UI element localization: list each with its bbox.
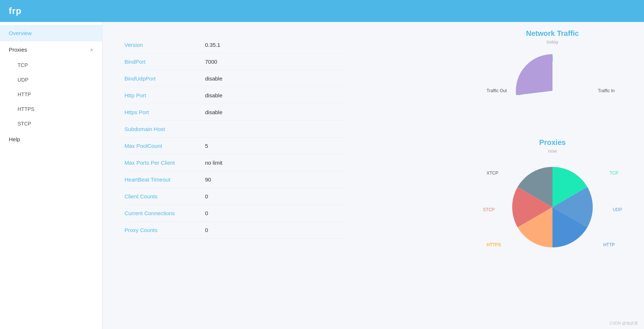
info-label: Proxy Counts	[124, 227, 205, 233]
sidebar-item-udp[interactable]: UDP	[0, 72, 102, 87]
proxies-chart-section: Proxies now XTCP	[476, 138, 629, 255]
info-value: disable	[205, 75, 223, 82]
main-layout: Overview Proxies ∧ TCP UDP HTTP HTTPS ST…	[0, 22, 644, 329]
sidebar-item-help[interactable]: Help	[0, 131, 102, 147]
info-row: Max PoolCount 5	[124, 138, 344, 154]
tcp-label: TCP	[610, 171, 618, 176]
chevron-up-icon: ∧	[90, 47, 93, 52]
info-label: Version	[124, 42, 205, 48]
https-label: HTTPS	[487, 242, 501, 247]
sidebar-proxies-label: Proxies	[9, 46, 27, 53]
info-label: Max PoolCount	[124, 143, 205, 149]
watermark: CSDN @地农君	[610, 321, 638, 326]
info-row: Http Port disable	[124, 87, 344, 104]
info-label: BindPort	[124, 59, 205, 65]
sidebar: Overview Proxies ∧ TCP UDP HTTP HTTPS ST…	[0, 22, 103, 329]
proxies-chart-subtitle: now	[548, 148, 557, 154]
info-row: Max Ports Per Client no limit	[124, 154, 344, 171]
info-row: HeartBeat Timeout 90	[124, 171, 344, 188]
info-value: 0.35.1	[205, 42, 220, 48]
info-value: 5	[205, 143, 208, 149]
info-row: Proxy Counts 0	[124, 222, 344, 239]
info-label: BindUdpPort	[124, 75, 205, 82]
http-label: HTTP	[603, 242, 615, 247]
traffic-out-label: Traffic Out	[487, 88, 507, 93]
info-label: Current Connections	[124, 210, 205, 216]
sidebar-item-tcp[interactable]: TCP	[0, 58, 102, 72]
info-value: 7000	[205, 59, 217, 65]
app-title: frp	[9, 6, 22, 16]
charts-panel: Network Traffic today Traffic Out Traffi…	[461, 22, 644, 329]
info-label: Subdomain Host	[124, 126, 205, 132]
traffic-in-label: Traffic In	[598, 88, 615, 93]
info-label: Https Port	[124, 109, 205, 115]
info-row: BindPort 7000	[124, 53, 344, 70]
main-content: Version 0.35.1 BindPort 7000 BindUdpPort…	[103, 22, 461, 329]
info-row: Subdomain Host	[124, 121, 344, 138]
network-traffic-subtitle: today	[547, 39, 558, 45]
info-row: BindUdpPort disable	[124, 70, 344, 87]
sidebar-help-label: Help	[9, 136, 20, 142]
info-row: Version 0.35.1	[124, 37, 344, 53]
sidebar-overview-label: Overview	[9, 30, 32, 36]
proxies-chart: XTCP TCP UDP HTTP HTTPS STCP	[483, 160, 622, 255]
info-table: Version 0.35.1 BindPort 7000 BindUdpPort…	[124, 37, 344, 239]
info-label: HeartBeat Timeout	[124, 176, 205, 183]
app-header: frp	[0, 0, 644, 22]
sidebar-item-https[interactable]: HTTPS	[0, 102, 102, 116]
info-value: no limit	[205, 160, 223, 166]
info-value: 0	[205, 227, 208, 233]
network-traffic-chart: Traffic Out Traffic In	[494, 51, 611, 131]
xtcp-label: XTCP	[487, 171, 498, 176]
info-label: Client Counts	[124, 193, 205, 199]
info-value: 90	[205, 176, 211, 183]
sidebar-item-http[interactable]: HTTP	[0, 87, 102, 102]
udp-label: UDP	[613, 207, 622, 212]
info-label: Http Port	[124, 92, 205, 98]
info-value: disable	[205, 109, 223, 115]
info-row: Current Connections 0	[124, 205, 344, 222]
info-label: Max Ports Per Client	[124, 160, 205, 166]
info-value: 0	[205, 193, 208, 199]
sidebar-item-overview[interactable]: Overview	[0, 25, 102, 41]
sidebar-item-proxies[interactable]: Proxies ∧	[0, 41, 102, 58]
proxies-chart-title: Proxies	[539, 138, 566, 147]
sidebar-item-stcp[interactable]: STCP	[0, 116, 102, 131]
info-value: disable	[205, 92, 223, 98]
network-traffic-title: Network Traffic	[526, 29, 579, 38]
stcp-label: STCP	[483, 207, 495, 212]
info-value: 0	[205, 210, 208, 216]
network-traffic-section: Network Traffic today Traffic Out Traffi…	[476, 29, 629, 131]
info-row: Https Port disable	[124, 104, 344, 121]
info-row: Client Counts 0	[124, 188, 344, 205]
